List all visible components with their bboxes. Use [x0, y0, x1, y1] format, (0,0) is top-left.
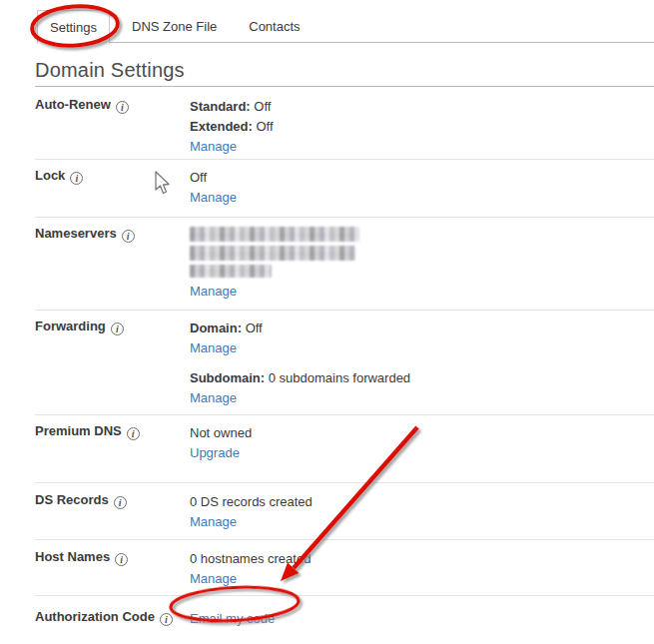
- ds-records-manage-link[interactable]: Manage: [190, 512, 237, 532]
- tab-contacts[interactable]: Contacts: [247, 10, 302, 43]
- host-names-status: 0 hostnames created: [190, 549, 654, 569]
- nameserver-redacted-line: [190, 246, 355, 261]
- row-ds-records: DS Recordsi 0 DS records created Manage: [35, 483, 654, 540]
- tab-bar: Settings DNS Zone File Contacts: [0, 0, 654, 43]
- email-my-code-link[interactable]: Email my code: [190, 609, 275, 629]
- host-names-label: Host Namesi: [35, 549, 190, 589]
- nameservers-manage-link[interactable]: Manage: [190, 282, 237, 302]
- forwarding-domain: Domain: Off: [190, 319, 654, 338]
- info-icon[interactable]: i: [114, 496, 127, 509]
- authorization-code-value: Email my code: [190, 609, 654, 629]
- row-lock: Locki Off Manage: [35, 160, 654, 218]
- page-title: Domain Settings: [35, 59, 654, 87]
- info-icon[interactable]: i: [116, 101, 129, 114]
- tab-dns-zone-file-label: DNS Zone File: [132, 19, 217, 34]
- nameservers-value: Manage: [190, 226, 654, 302]
- nameserver-redacted-line: [190, 227, 359, 242]
- info-icon[interactable]: i: [115, 553, 128, 566]
- domain-settings-page: Settings DNS Zone File Contacts Domain S…: [0, 0, 654, 644]
- forwarding-label: Forwardingi: [35, 319, 190, 408]
- tab-contacts-label: Contacts: [249, 19, 300, 34]
- auto-renew-standard: Standard: Off: [190, 97, 654, 117]
- settings-rows: Auto-Renewi Standard: Off Extended: Off …: [35, 87, 654, 639]
- auto-renew-value: Standard: Off Extended: Off Manage: [190, 97, 654, 157]
- auto-renew-manage-link[interactable]: Manage: [190, 137, 237, 157]
- lock-status: Off: [190, 168, 654, 188]
- row-premium-dns: Premium DNSi Not owned Upgrade: [35, 415, 654, 483]
- info-icon[interactable]: i: [70, 172, 83, 185]
- forwarding-domain-manage-link[interactable]: Manage: [190, 338, 237, 358]
- row-forwarding: Forwardingi Domain: Off Manage Subdomain…: [35, 311, 654, 415]
- tab-settings[interactable]: Settings: [37, 10, 110, 44]
- premium-dns-upgrade-link[interactable]: Upgrade: [190, 443, 240, 463]
- info-icon[interactable]: i: [127, 427, 140, 440]
- premium-dns-label: Premium DNSi: [35, 423, 190, 463]
- info-icon[interactable]: i: [160, 613, 173, 626]
- host-names-manage-link[interactable]: Manage: [190, 569, 237, 589]
- tab-settings-label: Settings: [50, 20, 97, 35]
- ds-records-status: 0 DS records created: [190, 492, 654, 512]
- host-names-value: 0 hostnames created Manage: [190, 549, 654, 589]
- row-authorization-code: Authorization Codei Email my code: [35, 596, 654, 639]
- ds-records-value: 0 DS records created Manage: [190, 492, 654, 532]
- forwarding-subdomain: Subdomain: 0 subdomains forwarded: [190, 368, 654, 388]
- tab-gap: [219, 10, 247, 43]
- nameservers-label: Nameserversi: [35, 226, 190, 302]
- premium-dns-value: Not owned Upgrade: [190, 423, 654, 463]
- tab-gap: [110, 10, 130, 43]
- row-host-names: Host Namesi 0 hostnames created Manage: [35, 540, 654, 596]
- spacer: [190, 358, 654, 368]
- ds-records-label: DS Recordsi: [35, 492, 190, 532]
- auto-renew-label: Auto-Renewi: [35, 97, 190, 157]
- tab-dns-zone-file[interactable]: DNS Zone File: [130, 10, 219, 43]
- forwarding-value: Domain: Off Manage Subdomain: 0 subdomai…: [190, 319, 654, 408]
- authorization-code-label: Authorization Codei: [35, 609, 190, 629]
- premium-dns-status: Not owned: [190, 423, 654, 443]
- row-auto-renew: Auto-Renewi Standard: Off Extended: Off …: [35, 87, 654, 160]
- info-icon[interactable]: i: [111, 322, 124, 335]
- lock-manage-link[interactable]: Manage: [190, 188, 237, 208]
- lock-value: Off Manage: [190, 168, 654, 208]
- lock-label: Locki: [35, 168, 190, 208]
- info-icon[interactable]: i: [122, 230, 135, 243]
- auto-renew-extended: Extended: Off: [190, 117, 654, 137]
- row-nameservers: Nameserversi Manage: [35, 218, 654, 311]
- forwarding-subdomain-manage-link[interactable]: Manage: [190, 388, 237, 408]
- nameserver-redacted-line: [190, 265, 272, 278]
